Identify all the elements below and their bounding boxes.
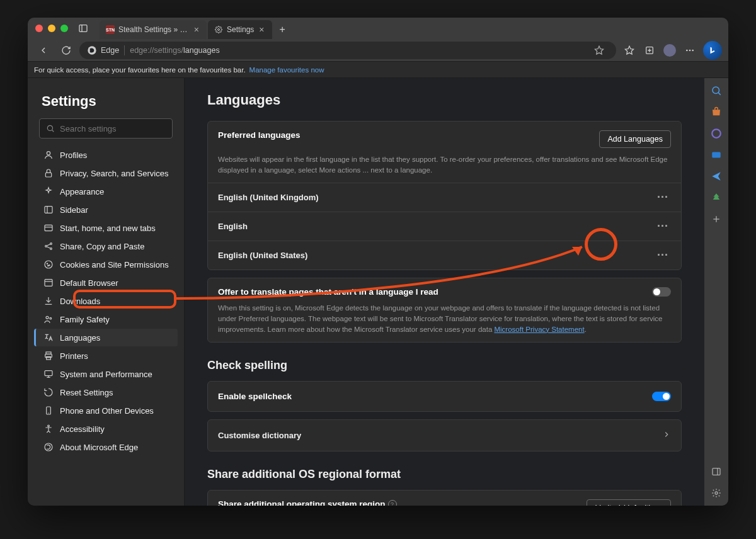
printer-icon	[43, 351, 54, 361]
sidebar-item-printer[interactable]: Printers	[34, 347, 178, 365]
panel-icon[interactable]	[710, 465, 723, 478]
new-tab-button[interactable]: +	[273, 20, 292, 39]
language-row: English (United Kingdom)···	[208, 183, 681, 212]
manage-favourites-link[interactable]: Manage favourites now	[249, 66, 324, 74]
url-text: edge://settings/languages	[130, 46, 219, 55]
tab-1[interactable]: Settings ×	[208, 20, 272, 39]
svg-point-32	[46, 316, 49, 319]
sidebar-item-download[interactable]: Downloads	[34, 292, 178, 310]
family-icon	[43, 314, 54, 324]
tab-close-icon[interactable]: ×	[193, 25, 200, 35]
download-icon	[43, 296, 54, 306]
settings-gear-icon[interactable]	[710, 487, 723, 499]
gear-icon	[214, 25, 223, 34]
settings-main: Languages Preferred languages Add Langua…	[185, 78, 704, 506]
sidebar-item-system[interactable]: System and Performance	[34, 365, 178, 383]
svg-point-26	[47, 263, 47, 264]
svg-rect-36	[47, 356, 51, 360]
tab-title: Settings	[227, 25, 254, 34]
tab-favicon: STN	[106, 25, 115, 34]
brand-label: Edge	[101, 46, 119, 55]
language-name: English (United States)	[218, 251, 307, 260]
language-name: English (United Kingdom)	[218, 193, 319, 202]
sidebar-item-browser[interactable]: Default Browser	[34, 274, 178, 292]
sidebar-item-share[interactable]: Share, Copy and Paste	[34, 237, 178, 255]
sidebar-item-lock[interactable]: Privacy, Search, and Services	[34, 164, 178, 182]
tab-close-icon[interactable]: ×	[258, 25, 265, 35]
spellcheck-toggle[interactable]	[652, 392, 671, 401]
svg-point-42	[48, 425, 50, 427]
os-region-dropdown[interactable]: Limited (default)	[587, 499, 671, 506]
os-region-card: Share additional operating system region…	[207, 490, 682, 506]
appearance-icon	[43, 186, 54, 196]
sidebar-item-phone[interactable]: Phone and Other Devices	[34, 402, 178, 419]
spellcheck-card: Enable spellcheck	[207, 381, 682, 412]
site-identity[interactable]: Edge	[87, 45, 125, 55]
sidebar-item-tabs[interactable]: Start, home, and new tabs	[34, 219, 178, 237]
titlebar: STN Stealth Settings » Source of IT × Se…	[28, 18, 728, 39]
add-languages-button[interactable]: Add Languages	[599, 130, 671, 148]
sidebar-item-cookie[interactable]: Cookies and Site Permissions	[34, 256, 178, 273]
cookie-icon	[43, 259, 54, 270]
svg-point-43	[45, 443, 52, 451]
sidebar-item-label: Cookies and Site Permissions	[60, 260, 169, 270]
sidebar-item-sidebar[interactable]: Sidebar	[34, 201, 178, 218]
outlook-icon[interactable]	[710, 149, 723, 161]
privacy-link[interactable]: Microsoft Privacy Statement	[494, 326, 584, 333]
window-maximize[interactable]	[60, 25, 68, 32]
shopping-icon[interactable]	[710, 106, 723, 118]
sidebar-item-profile[interactable]: Profiles	[34, 146, 178, 164]
collections-icon[interactable]	[640, 41, 659, 60]
sidebar-title: Settings	[34, 88, 178, 118]
languages-icon	[43, 332, 54, 343]
back-button[interactable]	[34, 41, 53, 60]
svg-point-27	[49, 265, 50, 266]
search-field[interactable]	[60, 124, 166, 133]
accessibility-icon	[43, 424, 54, 434]
svg-marker-4	[595, 46, 603, 54]
favorite-star-icon[interactable]	[590, 41, 609, 60]
sidebar-item-accessibility[interactable]: Accessibility	[34, 420, 178, 438]
sidebar-toggle-icon[interactable]	[78, 23, 88, 33]
add-icon[interactable]	[710, 213, 723, 225]
window-close[interactable]	[35, 25, 43, 32]
chevron-down-icon	[655, 504, 663, 506]
svg-point-33	[50, 317, 52, 319]
profile-avatar[interactable]	[660, 41, 679, 60]
sidebar-item-languages[interactable]: Languages	[34, 329, 178, 346]
address-bar[interactable]: Edge edge://settings/languages	[79, 42, 616, 59]
translate-desc: When this setting is on, Microsoft Edge …	[208, 303, 681, 342]
sidebar-item-reset[interactable]: Reset Settings	[34, 383, 178, 401]
share-icon	[43, 241, 54, 251]
bing-button[interactable]	[703, 41, 722, 60]
svg-point-10	[689, 49, 691, 51]
svg-line-24	[47, 247, 50, 249]
tab-0[interactable]: STN Stealth Settings » Source of IT ×	[100, 20, 207, 39]
sidebar-item-about[interactable]: About Microsoft Edge	[34, 438, 178, 456]
more-actions-button[interactable]: ···	[655, 249, 671, 262]
translate-toggle[interactable]	[652, 287, 671, 297]
search-icon[interactable]	[710, 84, 723, 97]
pref-title: Preferred languages	[218, 130, 301, 140]
send-icon[interactable]	[710, 170, 723, 183]
refresh-button[interactable]	[57, 41, 76, 60]
office-icon[interactable]	[710, 127, 723, 140]
sidebar-item-appearance[interactable]: Appearance	[34, 183, 178, 200]
sidebar-item-label: Family Safety	[60, 315, 110, 324]
dictionary-card[interactable]: Customise dictionary	[207, 419, 682, 451]
tree-icon[interactable]	[710, 191, 723, 204]
favorites-icon[interactable]	[620, 41, 639, 60]
svg-rect-47	[712, 152, 721, 158]
info-icon[interactable]: ?	[388, 500, 397, 506]
window-minimize[interactable]	[48, 25, 55, 32]
sidebar-item-family[interactable]: Family Safety	[34, 310, 178, 328]
more-actions-button[interactable]: ···	[655, 191, 671, 204]
tab-title: Stealth Settings » Source of IT	[118, 25, 189, 34]
sidebar-item-label: Privacy, Search, and Services	[60, 169, 168, 178]
search-input[interactable]	[39, 118, 173, 139]
svg-marker-5	[625, 46, 633, 54]
menu-button[interactable]	[680, 41, 699, 60]
sidebar-item-label: About Microsoft Edge	[60, 443, 138, 452]
translate-card: Offer to translate pages that aren't in …	[207, 278, 682, 343]
more-actions-button[interactable]: ···	[655, 220, 671, 233]
